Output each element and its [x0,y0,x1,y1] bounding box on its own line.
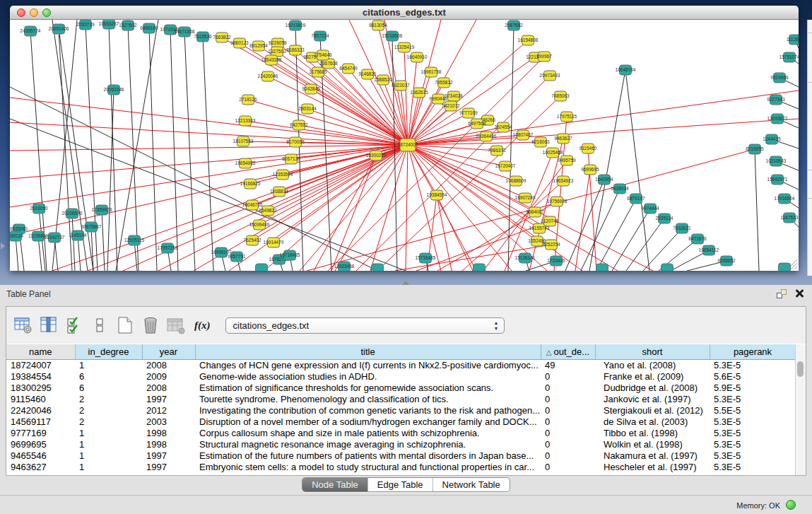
graph-node-label: 8912954 [249,43,268,48]
row-selection-icon[interactable] [64,316,83,335]
table-scrollbar[interactable] [795,344,806,475]
table-header-row: name in_degree year title △out_de... sho… [6,344,795,359]
graph-edge [612,209,650,271]
graph-node-label: 7485063 [551,93,570,98]
graph-node-label: 17957253 [158,245,178,250]
graph-node-label: 2803144 [298,106,317,111]
tab-node-table[interactable]: Node Table [302,478,367,491]
graph-node-label: 10807487 [513,132,534,137]
graph-node[interactable] [661,264,673,271]
table-row[interactable]: 2242004622012Investigating the contribut… [6,404,795,416]
graph-node-label: 2367608 [319,61,338,66]
graph-node-label: 9684067 [526,209,544,214]
close-panel-icon[interactable] [794,288,804,298]
graph-edge [408,145,539,228]
table-select-dropdown[interactable]: citations_edges.txt ▲▼ [225,317,505,334]
zoom-window-button[interactable] [42,8,51,17]
graph-node-label: 9252254 [542,242,560,247]
graph-node-label: 2687682 [505,23,523,28]
graph-edge [109,24,117,271]
graph-node-label: 6497568 [468,121,486,126]
graph-node-label: 1362615 [410,90,428,95]
graph-node[interactable] [596,264,608,271]
graph-node-label: 11325419 [394,45,415,49]
minimize-window-button[interactable] [30,8,38,17]
graph-node-label: 12213383 [235,118,256,123]
graph-node-label: 3175685 [309,69,327,74]
network-canvas-container[interactable]: 8813054113254191664091016961758795581267… [10,20,799,271]
graph-node-label: 8454749 [339,66,358,71]
table-row[interactable]: 1872400712008Changes of HCN gene express… [6,359,795,370]
graph-node-label: 20206576 [62,211,83,216]
table-mode-icon[interactable] [13,316,33,335]
graph-edge [184,32,195,271]
graph-node-label: 1733426 [547,258,565,263]
table-row[interactable]: 946362711997Embryonic stem cells: a mode… [6,461,795,472]
column-header-title[interactable]: title [195,344,541,359]
graph-node-label: 7625402 [243,238,261,243]
graph-node-label: 6879197 [627,196,645,201]
graph-node-label: 8215955 [746,146,764,151]
graph-node[interactable] [779,263,791,271]
graph-node-label: 18907249 [515,195,536,200]
table-row[interactable]: 946554611997Estimation of the future num… [6,450,795,461]
table-row[interactable]: 1830029562008Estimation of significance … [6,382,795,393]
new-column-icon[interactable] [115,316,134,335]
tab-network-table[interactable]: Network Table [433,478,510,491]
column-header-name[interactable]: name [6,344,75,359]
table-scrollbar-thumb[interactable] [797,361,804,377]
row-height-icon[interactable] [90,316,109,335]
graph-node-label: 8267130 [282,156,300,161]
graph-node-label: 1112885 [787,37,799,42]
graph-node-label: 20973493 [540,73,560,78]
graph-node-label: 19384554 [427,192,447,197]
table-row[interactable]: 911546021997Tourette syndrome. Phenomeno… [6,393,795,404]
panel-collapse-arrow-icon[interactable] [1,243,5,250]
graph-edge [72,214,75,271]
graph-node-label: 9857791 [228,254,246,259]
graph-node-label: 18107553 [233,139,254,144]
network-window-title: citations_edges.txt [10,6,799,19]
show-columns-icon[interactable] [39,316,58,335]
table-row[interactable]: 969969511998Structural magnetic resonanc… [6,438,795,450]
graph-edge [107,90,114,271]
graph-node-label: 12353594 [273,172,293,177]
column-header-year[interactable]: year [142,344,195,359]
graph-node-label: 1120746 [541,218,559,223]
graph-node-label: 22420046 [258,74,278,78]
table-row[interactable]: 1938455462009Genome-wide association stu… [6,370,795,382]
column-header-short[interactable]: short [595,344,710,359]
network-window-titlebar[interactable]: citations_edges.txt [10,6,799,20]
graph-node-label: 18724007 [398,142,418,147]
graph-node-label: 16154808 [518,37,539,42]
delete-column-icon[interactable] [141,316,160,335]
column-header-out-degree[interactable]: △out_de... [541,344,595,359]
graph-node-label: 15692971 [767,177,788,182]
graph-edge [437,195,452,271]
table-row[interactable]: 977716911998Corpus callosum shape and si… [6,427,795,438]
graph-node[interactable] [372,264,384,271]
graph-node-label: 15751074 [779,54,799,59]
graph-node-label: 9474444 [641,206,659,211]
memory-status-icon[interactable] [786,500,796,510]
table-panel-body: f(x) citations_edges.txt ▲▼ name in_degr… [6,306,806,476]
graph-node[interactable] [473,264,486,271]
graph-node-label: 1244415 [763,136,781,141]
network-canvas[interactable]: 8813054113254191664091016961758795581267… [10,20,799,271]
graph-node-label: 1754646 [314,52,332,57]
float-panel-icon[interactable] [777,289,787,298]
graph-node-label: 899967 [536,54,552,59]
graph-edge [149,28,157,271]
column-header-in-degree[interactable]: in_degree [75,344,142,359]
attribute-table: name in_degree year title △out_de... sho… [6,344,795,475]
graph-node-label: 8935061 [10,226,28,231]
column-header-pagerank[interactable]: pagerank [710,344,795,359]
graph-node[interactable] [256,264,268,271]
function-builder-icon[interactable]: f(x) [194,320,211,332]
close-window-button[interactable] [17,8,25,17]
graph-node-label: 9463627 [554,136,572,141]
graph-node-label: 7663822 [213,35,231,40]
tab-edge-table[interactable]: Edge Table [367,478,433,491]
table-row[interactable]: 1456911722003Disruption of a novel membe… [6,416,795,427]
graph-node-label: 2093719 [76,22,95,27]
